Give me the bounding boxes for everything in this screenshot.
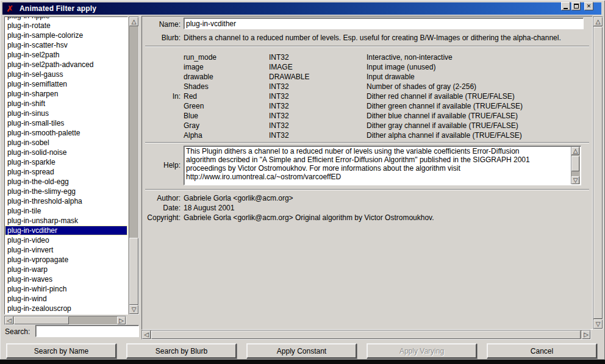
help-vscrollbar[interactable]: △ ▽: [571, 147, 580, 184]
list-vscroll-thumb[interactable]: [129, 238, 138, 305]
button-search-by-name[interactable]: Search by Name: [6, 343, 116, 359]
list-item[interactable]: plug-in-wind: [5, 294, 127, 304]
minimize-button[interactable]: [561, 2, 570, 10]
list-item[interactable]: plug-in-warp: [5, 265, 127, 274]
list-item[interactable]: plug-in-smooth-palette: [5, 128, 127, 138]
search-label: Search:: [5, 327, 30, 336]
help-line: algorithm described in "A Simple and Eff…: [186, 155, 569, 164]
param-type: INT32: [269, 91, 289, 101]
param-row: GreenINT32Dither green channel if availa…: [141, 101, 593, 111]
panel-scroll-down-button[interactable]: ▽: [593, 319, 603, 329]
list-item[interactable]: plug-in-sel2path-advanced: [5, 60, 127, 70]
help-scroll-down-button[interactable]: ▽: [571, 176, 579, 184]
list-item[interactable]: plug-in-solid-noise: [5, 148, 127, 157]
list-item[interactable]: plug-in-sparkle: [5, 157, 127, 167]
list-hscroll-thumb[interactable]: [14, 316, 69, 324]
param-name: Gray: [184, 121, 199, 130]
list-item[interactable]: plug-in-tile: [5, 206, 127, 216]
scroll-down-icon: ▽: [573, 177, 578, 184]
param-row: BlueINT32Dither blue channel if availabl…: [141, 111, 593, 121]
minimize-icon: [564, 8, 568, 9]
param-description: Input drawable: [367, 72, 415, 82]
list-item[interactable]: plug-in-video: [5, 235, 127, 245]
list-item[interactable]: plug-in-sinus: [5, 109, 127, 118]
param-name: Green: [184, 101, 204, 111]
panel-vscrollbar[interactable]: △ ▽: [593, 16, 603, 329]
list-item[interactable]: plug-in-the-old-egg: [5, 177, 127, 187]
close-button[interactable]: ✕: [584, 2, 593, 10]
panel-hscroll-thumb[interactable]: [151, 330, 581, 339]
help-text: This Plugin dithers a channel to a reduc…: [186, 147, 569, 184]
separator: [145, 142, 589, 143]
param-type: INT32: [269, 111, 289, 121]
list-item[interactable]: plug-in-sample-colorize: [5, 30, 127, 40]
scroll-left-icon: ◁: [7, 318, 12, 324]
scroll-up-icon: △: [596, 19, 601, 25]
button-apply-constant[interactable]: Apply Constant: [246, 343, 357, 359]
panel-hscrollbar[interactable]: ◁ ▷: [141, 330, 591, 340]
list-item[interactable]: plug-in-the-slimy-egg: [5, 187, 127, 196]
list-scroll-down-button[interactable]: ▽: [129, 305, 138, 314]
blurb-label: Blurb:: [144, 34, 181, 42]
list-scroll-up-button[interactable]: △: [129, 17, 138, 26]
scroll-left-icon: ◁: [144, 332, 149, 338]
list-vscrollbar[interactable]: △ ▽: [129, 16, 139, 315]
name-input[interactable]: [184, 18, 584, 29]
help-scroll-up-button[interactable]: △: [571, 147, 579, 155]
help-line: This Plugin dithers a channel to a reduc…: [186, 147, 569, 155]
list-item[interactable]: plug-in-zealouscrop: [5, 304, 127, 313]
date-value: 18 August 2001: [184, 204, 234, 213]
list-item[interactable]: plug-in-vcdither: [5, 226, 127, 235]
plugin-list: plug-in-rippleplug-in-rotateplug-in-samp…: [5, 16, 127, 313]
list-item[interactable]: plug-in-threshold-alpha: [5, 196, 127, 206]
param-row: GrayINT32Dither gray channel if availabl…: [141, 121, 593, 130]
param-type: INT32: [269, 121, 289, 130]
param-row: imageIMAGEInput image (unused): [141, 62, 593, 72]
panel-scroll-left-button[interactable]: ◁: [142, 330, 151, 339]
list-scroll-right-button[interactable]: ▷: [117, 316, 126, 324]
list-item[interactable]: plug-in-waves: [5, 274, 127, 284]
param-description: Interactive, non-interactive: [367, 52, 453, 62]
list-scroll-left-button[interactable]: ◁: [5, 316, 13, 324]
list-item[interactable]: plug-in-spread: [5, 167, 127, 177]
button-cancel[interactable]: Cancel: [487, 343, 597, 359]
list-item[interactable]: plug-in-sobel: [5, 138, 127, 148]
list-item[interactable]: plug-in-sel2path: [5, 50, 127, 60]
list-item[interactable]: plug-in-ripple: [5, 16, 127, 21]
plugin-list-box: plug-in-rippleplug-in-rotateplug-in-samp…: [4, 16, 128, 315]
param-type: INT32: [269, 52, 289, 62]
list-item[interactable]: plug-in-sel-gauss: [5, 70, 127, 79]
list-item[interactable]: plug-in-vpropagate: [5, 255, 127, 265]
panel-vscroll-thumb[interactable]: [593, 27, 603, 319]
list-hscrollbar[interactable]: ◁ ▷: [4, 316, 126, 325]
param-type: INT32: [269, 130, 289, 140]
search-input[interactable]: [35, 325, 139, 337]
blurb-value: Dithers a channel to a reduced number of…: [184, 34, 587, 42]
list-item[interactable]: plug-in-whirl-pinch: [5, 284, 127, 294]
list-item[interactable]: plug-in-shift: [5, 99, 127, 109]
scroll-right-icon: ▷: [119, 318, 124, 324]
maximize-button[interactable]: [571, 2, 581, 10]
list-item[interactable]: plug-in-scatter-hsv: [5, 40, 127, 50]
app-icon: ✗: [5, 4, 15, 13]
param-type: DRAWABLE: [269, 72, 309, 82]
list-item[interactable]: plug-in-vinvert: [5, 245, 127, 255]
help-textarea[interactable]: This Plugin dithers a channel to a reduc…: [184, 146, 581, 185]
list-item[interactable]: plug-in-small-tiles: [5, 118, 127, 128]
titlebar[interactable]: ✗ Animated Filter apply: [2, 2, 601, 15]
author-label: Author:: [135, 194, 181, 204]
separator: [145, 46, 589, 47]
help-line: http://www.iro.umontreal.ca/~ostrom/varc…: [186, 173, 569, 181]
button-search-by-blurb[interactable]: Search by Blurb: [126, 343, 237, 359]
panel-scroll-up-button[interactable]: △: [593, 17, 603, 26]
maximize-icon: [574, 4, 579, 9]
param-type: IMAGE: [269, 62, 293, 72]
help-vscroll-thumb[interactable]: [571, 156, 579, 171]
list-item[interactable]: plug-in-rotate: [5, 21, 127, 30]
list-item[interactable]: plug-in-unsharp-mask: [5, 216, 127, 226]
list-item[interactable]: plug-in-sharpen: [5, 89, 127, 99]
list-item[interactable]: plug-in-semiflatten: [5, 79, 127, 89]
scroll-right-icon: ▷: [584, 332, 589, 338]
param-description: Dither green channel if available (TRUE/…: [367, 101, 523, 111]
panel-scroll-right-button[interactable]: ▷: [582, 330, 590, 339]
